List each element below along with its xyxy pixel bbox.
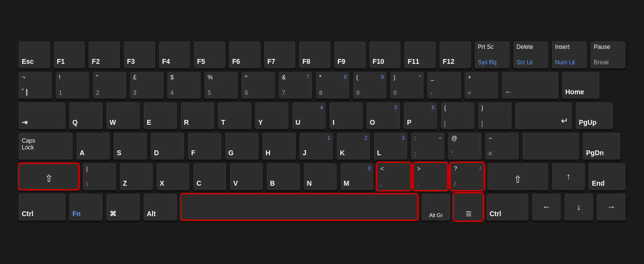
key-k[interactable]: 2 K: [336, 132, 371, 160]
key-pgup[interactable]: PgUp: [575, 102, 614, 130]
key-x[interactable]: X: [156, 162, 190, 191]
key-m[interactable]: 0 M: [340, 162, 374, 191]
key-e[interactable]: E: [143, 102, 178, 130]
key-insert[interactable]: Insert Num Lk: [551, 41, 588, 69]
key-enter-lower[interactable]: [522, 132, 580, 160]
key-hash[interactable]: ~ #: [485, 132, 519, 160]
key-tab[interactable]: ⇥: [18, 102, 66, 130]
key-9[interactable]: ( 9 9: [352, 71, 387, 99]
key-f7[interactable]: F7: [264, 41, 296, 69]
key-backslash[interactable]: | \: [82, 162, 116, 191]
key-f[interactable]: F: [187, 132, 222, 160]
key-8[interactable]: * 8 8: [315, 71, 350, 99]
key-quote[interactable]: @ ': [448, 132, 482, 160]
key-3[interactable]: £ 3: [129, 71, 164, 99]
key-period[interactable]: > .: [413, 162, 448, 191]
key-i[interactable]: I: [329, 102, 364, 130]
key-p[interactable]: 6 P: [403, 102, 438, 130]
keyboard: Esc F1 F2 F3 F4 F5 F6 F7 F8 F9 F10: [8, 32, 636, 232]
key-4[interactable]: $ 4: [167, 71, 201, 99]
key-equals[interactable]: + =: [464, 71, 499, 99]
key-1[interactable]: ! 1: [55, 71, 90, 99]
key-f8[interactable]: F8: [298, 41, 331, 69]
key-ctrl-left[interactable]: Ctrl: [18, 193, 66, 221]
key-delete[interactable]: Delete Scr Lk: [513, 41, 549, 69]
key-space[interactable]: [180, 193, 419, 221]
key-n[interactable]: N: [303, 162, 337, 191]
key-left-arrow[interactable]: ←: [532, 193, 561, 221]
key-o[interactable]: 5 O: [366, 102, 401, 130]
key-a[interactable]: A: [76, 132, 111, 160]
bottom-row: Ctrl Fn ⌘ Alt Alt Gr ≣ Ctrl ← ↓ →: [18, 193, 626, 221]
number-row: ¬ ` | ! 1 " 2 £ 3 $ 4 % 5 ^ 6 & 7: [18, 71, 626, 99]
key-f3[interactable]: F3: [123, 41, 156, 69]
key-comma[interactable]: < ,: [377, 162, 411, 191]
function-row: Esc F1 F2 F3 F4 F5 F6 F7 F8 F9 F10: [18, 41, 626, 69]
key-rbracket[interactable]: } ]: [477, 102, 512, 130]
key-shift-left[interactable]: ⇧: [18, 162, 80, 191]
key-pause[interactable]: Pause Break: [590, 41, 626, 69]
key-f4[interactable]: F4: [158, 41, 191, 69]
key-c[interactable]: C: [193, 162, 227, 191]
key-cmd[interactable]: ⌘: [106, 193, 140, 221]
key-menu[interactable]: ≣: [453, 193, 483, 221]
key-t[interactable]: T: [217, 102, 252, 130]
shift-row: ⇧ | \ Z X C V B N 0 M < , > . ? / / ⇧: [18, 162, 626, 191]
key-r[interactable]: R: [180, 102, 215, 130]
key-right-arrow[interactable]: →: [596, 193, 626, 221]
key-up-arrow[interactable]: ↑: [551, 162, 586, 191]
qwerty-row: ⇥ Q W E R T Y 4 U I 5 O 6 P { [ } ] ↵: [18, 102, 626, 130]
key-f2[interactable]: F2: [88, 41, 121, 69]
key-j[interactable]: 1 J: [299, 132, 334, 160]
key-home[interactable]: Home: [561, 71, 600, 99]
key-d[interactable]: D: [150, 132, 185, 160]
key-esc[interactable]: Esc: [18, 41, 51, 69]
key-f6[interactable]: F6: [228, 41, 261, 69]
key-f11[interactable]: F11: [404, 41, 436, 69]
key-l[interactable]: 3 L: [373, 132, 408, 160]
key-q[interactable]: Q: [69, 102, 103, 130]
key-5[interactable]: % 5: [204, 71, 238, 99]
key-2[interactable]: " 2: [92, 71, 127, 99]
key-z[interactable]: Z: [119, 162, 154, 191]
key-g[interactable]: G: [224, 132, 259, 160]
key-backtick[interactable]: ¬ ` |: [18, 71, 53, 99]
key-u[interactable]: 4 U: [292, 102, 326, 130]
key-f10[interactable]: F10: [369, 41, 402, 69]
key-y[interactable]: Y: [254, 102, 289, 130]
key-shift-right[interactable]: ⇧: [487, 162, 548, 191]
key-prtsc[interactable]: Prt Sc Sys Rq: [474, 41, 510, 69]
key-capslock[interactable]: CapsLock: [18, 132, 73, 160]
key-f9[interactable]: F9: [334, 41, 366, 69]
key-v[interactable]: V: [229, 162, 264, 191]
key-0[interactable]: ) * 0: [390, 71, 424, 99]
key-fn[interactable]: Fn: [69, 193, 103, 221]
key-f5[interactable]: F5: [193, 41, 226, 69]
key-lbracket[interactable]: { [: [440, 102, 475, 130]
key-6[interactable]: ^ 6: [241, 71, 276, 99]
key-enter[interactable]: ↵: [515, 102, 573, 130]
key-pgdn[interactable]: PgDn: [582, 132, 621, 160]
key-alt-left[interactable]: Alt: [143, 193, 178, 221]
key-7[interactable]: & 7 7: [278, 71, 313, 99]
key-s[interactable]: S: [113, 132, 148, 160]
key-h[interactable]: H: [262, 132, 296, 160]
key-minus[interactable]: _ -: [427, 71, 462, 99]
key-slash[interactable]: ? / /: [450, 162, 484, 191]
key-f12[interactable]: F12: [439, 41, 472, 69]
key-backspace[interactable]: ←: [501, 71, 559, 99]
key-w[interactable]: W: [106, 102, 140, 130]
key-f1[interactable]: F1: [53, 41, 86, 69]
key-ctrl-right[interactable]: Ctrl: [486, 193, 529, 221]
key-down-arrow[interactable]: ↓: [564, 193, 594, 221]
key-end[interactable]: End: [588, 162, 626, 191]
key-altgr[interactable]: Alt Gr: [421, 193, 451, 221]
key-b[interactable]: B: [266, 162, 300, 191]
home-row: CapsLock A S D F G H 1 J 2 K 3 L : + ; @…: [18, 132, 626, 160]
key-semicolon[interactable]: : + ;: [410, 132, 445, 160]
